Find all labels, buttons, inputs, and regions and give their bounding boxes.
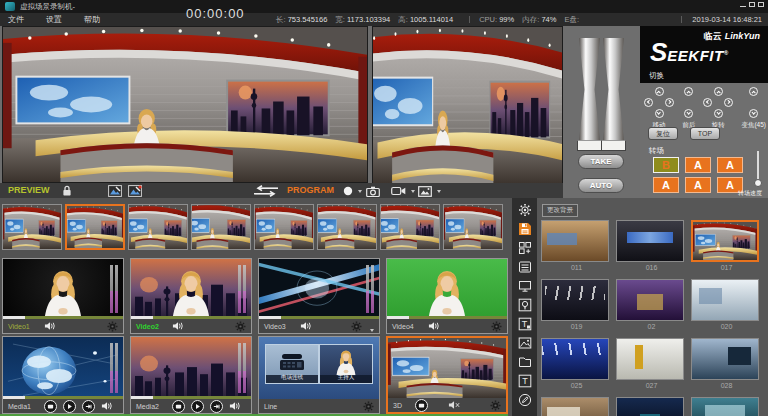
open-file-button[interactable] (44, 400, 57, 413)
gallery-scene-02[interactable] (616, 279, 684, 321)
scene-3d-tile[interactable]: 3D (386, 336, 508, 414)
save-icon[interactable] (516, 221, 534, 237)
gallery-scene-016[interactable] (616, 220, 684, 262)
snapshot-icon[interactable] (108, 185, 122, 197)
speaker-icon[interactable] (428, 321, 441, 331)
muted-speaker-icon[interactable] (448, 400, 461, 410)
text-tool-icon[interactable]: T (516, 316, 534, 332)
lock-icon[interactable] (62, 185, 72, 197)
settings-gear-icon[interactable] (363, 401, 374, 412)
settings-gear-icon[interactable] (107, 321, 118, 332)
menu-file[interactable]: 文件 (8, 16, 24, 24)
pad4-down-button[interactable] (749, 109, 758, 118)
gallery-scene-more[interactable] (691, 397, 759, 416)
settings-gear-icon[interactable] (491, 321, 502, 332)
pad2-up-button[interactable] (684, 87, 693, 96)
transition-button-0-1[interactable]: A (685, 157, 711, 173)
scene-shot-5[interactable] (254, 204, 314, 250)
speaker-icon[interactable] (101, 401, 114, 411)
image-icon[interactable] (516, 335, 534, 351)
take-button[interactable]: TAKE (578, 154, 624, 169)
scene-grid-icon[interactable] (516, 240, 534, 256)
menu-help[interactable]: 帮助 (84, 16, 100, 24)
transition-speed-knob[interactable] (754, 179, 762, 187)
speaker-icon[interactable] (172, 321, 185, 331)
gallery-scene-027[interactable] (616, 338, 684, 380)
video4-tile[interactable]: Video4 (386, 258, 508, 334)
video3-tile[interactable]: Video3 (258, 258, 380, 334)
pad4-up-button[interactable] (749, 87, 758, 96)
transition-button-0-0[interactable]: B (653, 157, 679, 173)
scene-shot-2[interactable] (65, 204, 125, 250)
pad3-left-button[interactable] (703, 98, 712, 107)
scene-shot-8[interactable] (443, 204, 503, 250)
picture-icon[interactable] (418, 185, 432, 197)
camcorder-icon[interactable] (391, 185, 406, 197)
gallery-scene-more[interactable] (541, 397, 609, 416)
pad3-up-button[interactable] (714, 87, 723, 96)
speaker-icon[interactable] (229, 401, 242, 411)
gallery-scene-028[interactable] (691, 338, 759, 380)
video2-tile[interactable]: Video2 (130, 258, 252, 334)
speaker-icon[interactable] (44, 321, 57, 331)
auto-button[interactable]: AUTO (578, 178, 624, 193)
phone-call-box[interactable]: 电话连线 (265, 344, 319, 384)
reset-button[interactable]: 复位 (648, 127, 678, 140)
next-button[interactable] (82, 400, 95, 413)
swap-preview-program-icon[interactable] (253, 185, 279, 197)
scene-shot-6[interactable] (317, 204, 377, 250)
open-file-button[interactable] (172, 400, 185, 413)
host-box[interactable]: 主持人 (319, 344, 373, 384)
scene-shot-3[interactable] (128, 204, 188, 250)
gallery-scene-019[interactable] (541, 279, 609, 321)
transition-button-1-0[interactable]: A (653, 177, 679, 193)
settings-icon[interactable] (516, 202, 534, 218)
settings-gear-icon[interactable] (235, 321, 246, 332)
snapshot-edit-icon[interactable] (128, 185, 142, 197)
record-icon[interactable] (343, 185, 353, 197)
change-background-button[interactable]: 更改背景 (542, 204, 578, 217)
options-caret-icon[interactable] (370, 329, 374, 332)
window-maximize-button[interactable] (749, 2, 755, 7)
top-button[interactable]: TOP (690, 127, 720, 140)
pen-icon[interactable] (516, 392, 534, 408)
tbar-right-handle[interactable] (603, 38, 624, 141)
camcorder-caret-icon[interactable] (411, 190, 415, 193)
pad1-up-button[interactable] (655, 87, 664, 96)
pad1-right-button[interactable] (665, 98, 674, 107)
pad3-right-button[interactable] (724, 98, 733, 107)
window-close-button[interactable] (758, 2, 764, 7)
light-icon[interactable] (516, 297, 534, 313)
gallery-scene-020[interactable] (691, 279, 759, 321)
pad1-left-button[interactable] (644, 98, 653, 107)
pad3-down-button[interactable] (714, 109, 723, 118)
tbar-right-base[interactable] (601, 140, 626, 151)
camera-snapshot-icon[interactable] (366, 185, 380, 197)
monitor-icon[interactable] (516, 278, 534, 294)
gallery-scene-011[interactable] (541, 220, 609, 262)
play-button[interactable] (63, 400, 76, 413)
pad1-down-button[interactable] (655, 109, 664, 118)
tbar-left-base[interactable] (577, 140, 602, 151)
transition-button-1-1[interactable]: A (685, 177, 711, 193)
gallery-scene-017[interactable] (691, 220, 759, 262)
folder-icon[interactable] (516, 354, 534, 370)
settings-gear-icon[interactable] (490, 400, 501, 411)
subtitle-icon[interactable]: T (516, 373, 534, 389)
scene-shot-7[interactable] (380, 204, 440, 250)
scene-shot-1[interactable] (2, 204, 62, 250)
gallery-scene-025[interactable] (541, 338, 609, 380)
picture-caret-icon[interactable] (437, 190, 441, 193)
open-file-button[interactable] (415, 399, 428, 412)
scene-shot-4[interactable] (191, 204, 251, 250)
media2-tile[interactable]: Media2 (130, 336, 252, 414)
speaker-icon[interactable] (300, 321, 313, 331)
gallery-scene-more[interactable] (616, 397, 684, 416)
menu-settings[interactable]: 设置 (46, 16, 62, 24)
play-button[interactable] (191, 400, 204, 413)
tbar-left-handle[interactable] (579, 38, 600, 141)
record-caret-icon[interactable] (358, 190, 362, 193)
next-button[interactable] (210, 400, 223, 413)
media1-tile[interactable]: Media1 (2, 336, 124, 414)
transition-button-0-2[interactable]: A (717, 157, 743, 173)
